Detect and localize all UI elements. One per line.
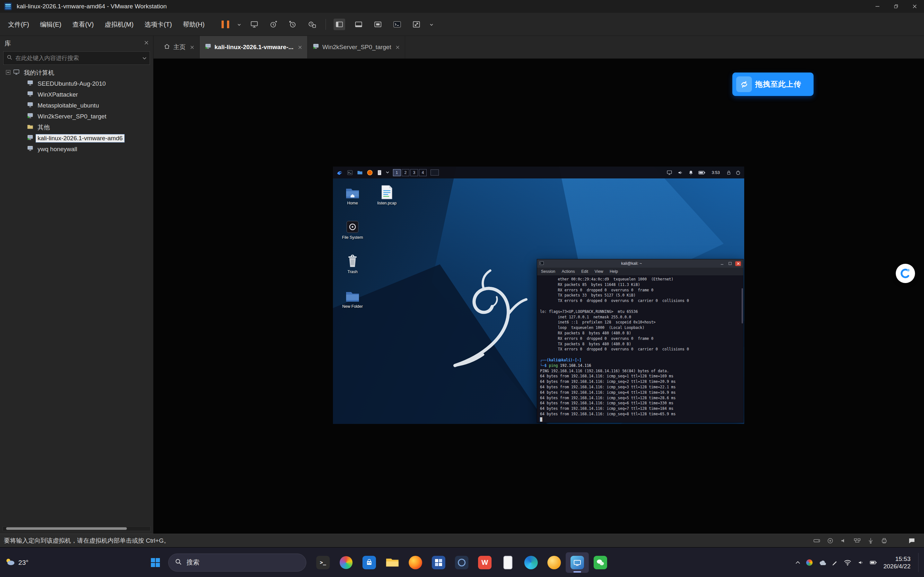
taskbar-app-wps-office[interactable]: W xyxy=(473,552,497,573)
show-desktop-button[interactable] xyxy=(918,553,920,572)
chrome-tray-icon[interactable] xyxy=(806,559,813,566)
library-close-icon[interactable] xyxy=(144,40,148,46)
show-library-icon[interactable] xyxy=(334,19,345,30)
close-button[interactable] xyxy=(905,0,924,13)
terminal-minimize-icon[interactable] xyxy=(719,261,725,266)
volume-icon[interactable] xyxy=(677,170,684,176)
menu-item[interactable]: 查看(V) xyxy=(67,13,99,36)
usb-icon[interactable] xyxy=(867,537,874,544)
taskbar-search-box[interactable]: 搜索 xyxy=(168,554,306,572)
menu-item[interactable]: 编辑(E) xyxy=(35,13,67,36)
vm-item[interactable]: kali-linux-2026.1-vmware-amd6 xyxy=(0,133,153,144)
start-button[interactable] xyxy=(148,552,163,573)
tab-home[interactable]: 主页 xyxy=(159,36,200,58)
notifications-icon[interactable] xyxy=(688,170,694,176)
taskbar-clock[interactable]: 15:53 2026/4/22 xyxy=(883,555,911,570)
guest-screen[interactable]: 1234 3:53 Homelisten.pcapFile SystemTras… xyxy=(333,166,744,424)
vm-item[interactable]: ywq honeywall xyxy=(0,144,153,155)
terminal-menu-item[interactable]: Actions xyxy=(561,269,575,274)
workspace-button[interactable]: 3 xyxy=(410,169,418,176)
vm-item[interactable]: Metasploitable_ubuntu xyxy=(0,100,153,111)
send-ctrl-alt-del-icon[interactable] xyxy=(248,19,260,30)
menu-item[interactable]: 虚拟机(M) xyxy=(99,13,139,36)
drag-upload-button[interactable]: 拖拽至此上传 xyxy=(732,73,814,96)
taskbar-app-phone-link[interactable] xyxy=(497,552,519,573)
caret-icon[interactable] xyxy=(386,171,389,174)
tab-vm[interactable]: Win2kServer_SP0_target xyxy=(308,36,405,58)
desktop-icon[interactable]: listen.pcap xyxy=(369,184,405,205)
file-manager-icon[interactable] xyxy=(357,170,363,176)
pause-caret-icon[interactable] xyxy=(237,21,241,27)
tree-expander-icon[interactable] xyxy=(6,69,11,76)
battery-icon[interactable] xyxy=(698,170,705,175)
cd-rom-icon[interactable] xyxy=(826,537,834,544)
kali-menu-icon[interactable] xyxy=(336,169,343,176)
taskbar-app-app-orange[interactable] xyxy=(543,552,566,573)
vm-item[interactable]: WinXPattacker xyxy=(0,89,153,100)
taskbar-app-file-explorer[interactable] xyxy=(381,552,404,573)
menu-item[interactable]: 帮助(H) xyxy=(177,13,210,36)
tab-vm[interactable]: kali-linux-2026.1-vmware-... xyxy=(200,36,308,58)
vm-item[interactable]: Win2kServer_SP0_target xyxy=(0,111,153,122)
tree-root-my-computer[interactable]: 我的计算机 xyxy=(0,68,153,78)
sound-icon[interactable] xyxy=(840,537,848,544)
vm-item[interactable]: SEEDUbuntu9-Aug-2010 xyxy=(0,78,153,89)
terminal-icon[interactable] xyxy=(347,170,353,176)
terminal-menu-item[interactable]: View xyxy=(595,269,603,274)
desktop-icon[interactable]: Home xyxy=(335,184,371,205)
taskbar-app-firefox[interactable] xyxy=(404,552,427,573)
take-snapshot-icon[interactable] xyxy=(268,19,279,30)
tab-close-icon[interactable] xyxy=(298,45,302,50)
revert-snapshot-icon[interactable] xyxy=(287,19,298,30)
vm-item[interactable]: 其他 xyxy=(0,122,153,133)
volume-icon[interactable] xyxy=(858,560,864,566)
display-icon[interactable] xyxy=(666,170,672,176)
workspace-button[interactable]: 4 xyxy=(419,169,427,176)
taskbar-weather-widget[interactable]: 23° xyxy=(5,548,29,577)
taskbar-app-vmware-workstation[interactable] xyxy=(566,552,589,573)
taskbar-app-app-navy[interactable] xyxy=(450,552,473,573)
text-editor-icon[interactable] xyxy=(377,169,382,176)
terminal-scrollbar[interactable] xyxy=(742,288,743,324)
workspace-button[interactable]: 2 xyxy=(402,169,410,176)
library-hscrollbar[interactable] xyxy=(3,526,151,531)
menu-item[interactable]: 文件(F) xyxy=(3,13,35,36)
tab-close-icon[interactable] xyxy=(190,45,194,50)
taskbar-app-microsoft-store[interactable] xyxy=(358,552,381,573)
network-icon[interactable] xyxy=(853,537,861,544)
search-dropdown-icon[interactable] xyxy=(142,55,147,61)
pen-tray-icon[interactable] xyxy=(832,560,838,566)
hard-disk-icon[interactable] xyxy=(813,537,821,544)
thumbnail-bar-icon[interactable] xyxy=(353,19,364,30)
desktop-icon[interactable]: Trash xyxy=(335,253,371,274)
battery-icon[interactable] xyxy=(870,560,877,565)
library-search-input[interactable]: 在此处键入内容进行搜索 xyxy=(3,52,150,65)
stretch-caret-icon[interactable] xyxy=(430,21,433,27)
terminal-body[interactable]: ether 00:0c:29:4a:0c:d9 txqueuelen 1000 … xyxy=(537,276,743,422)
console-icon[interactable] xyxy=(391,19,403,30)
workspace-button[interactable]: 1 xyxy=(393,169,401,176)
assistant-float-button[interactable] xyxy=(896,264,915,283)
fit-console-icon[interactable] xyxy=(372,19,384,30)
taskbar-app-photos[interactable] xyxy=(335,552,358,573)
hidden-icons-icon[interactable] xyxy=(795,561,800,564)
taskbar-app-microsoft-office[interactable] xyxy=(427,552,450,573)
manage-snapshots-icon[interactable] xyxy=(306,19,318,30)
stretch-guest-icon[interactable] xyxy=(411,19,422,30)
desktop-icon[interactable]: File System xyxy=(335,219,371,240)
terminal-close-icon[interactable] xyxy=(735,261,741,266)
maximize-button[interactable] xyxy=(887,0,905,13)
wifi-icon[interactable] xyxy=(843,559,852,566)
terminal-menu-item[interactable]: Help xyxy=(610,269,618,274)
chat-icon[interactable] xyxy=(908,537,916,544)
terminal-titlebar[interactable]: kali@kali: ~ xyxy=(537,259,743,268)
taskbar-app-edge-browser[interactable] xyxy=(519,552,543,573)
web-browser-icon[interactable] xyxy=(367,169,373,176)
terminal-menu-item[interactable]: Edit xyxy=(581,269,588,274)
pause-button[interactable] xyxy=(221,21,230,28)
taskbar-app-windows-terminal[interactable]: >_ xyxy=(311,552,335,573)
tab-close-icon[interactable] xyxy=(395,45,400,50)
desktop-icon[interactable]: New Folder xyxy=(335,287,371,309)
minimize-button[interactable] xyxy=(868,0,887,13)
lock-icon[interactable] xyxy=(726,170,731,176)
